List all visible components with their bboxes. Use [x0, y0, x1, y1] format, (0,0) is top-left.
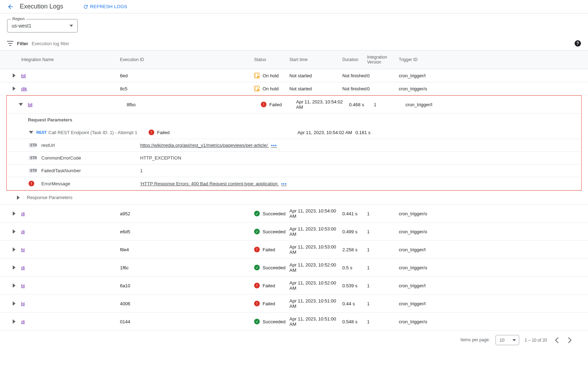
status-cell: On hold — [254, 73, 289, 78]
task-row: REST Call REST Endpoint (Task ID: 1) - A… — [7, 126, 581, 139]
trigger-id: cron_trigger/l — [399, 73, 466, 78]
integration-link[interactable]: bil — [21, 73, 26, 78]
status-text: On hold — [263, 86, 279, 91]
integration-link[interactable]: di — [21, 229, 25, 234]
expand-icon[interactable] — [7, 211, 21, 216]
task-time: Apr 11, 2023, 10:54:02 AM — [298, 130, 354, 135]
table-row: dik8c5On holdNot startedNot finished0cro… — [0, 82, 588, 95]
start-time: Apr 11, 2023, 10:51:00 AM — [289, 316, 342, 327]
task-duration: 0.181 s — [355, 130, 394, 135]
version: 1 — [374, 102, 406, 107]
table-row: die6d5✓SucceededApr 11, 2023, 10:53:00 A… — [0, 223, 588, 241]
expand-icon[interactable] — [7, 229, 21, 234]
status-text: Failed — [263, 301, 275, 306]
page-size-select[interactable]: 10 — [496, 335, 519, 345]
integration-link[interactable]: bi — [21, 301, 25, 306]
param-row: STRrestUrlhttps://wikimedia.org/api/rest… — [7, 139, 581, 152]
param-value: 1 — [140, 168, 574, 173]
back-arrow-icon[interactable] — [7, 3, 14, 10]
success-icon: ✓ — [254, 319, 260, 324]
integration-link[interactable]: dik — [21, 86, 27, 91]
header: Execution Logs REFRESH LOGS — [0, 0, 588, 13]
version: 0 — [367, 86, 399, 91]
response-params-row: Response Parameters — [0, 191, 588, 205]
trigger-id: cron_trigger/l — [399, 247, 466, 252]
trigger-id: cron_trigger/o — [399, 211, 466, 216]
more-icon[interactable]: ••• — [281, 181, 287, 186]
duration: 0.5 s — [342, 265, 367, 270]
param-value: 'HTTP Response Errors: 400 Bad Request c… — [140, 181, 574, 186]
expand-icon[interactable] — [7, 301, 21, 306]
col-execution: Execution ID — [120, 57, 254, 62]
param-row: STRCommonErrorCodeHTTP_EXCEPTION — [7, 152, 581, 164]
next-page-button[interactable] — [566, 337, 574, 343]
status-cell: On hold — [254, 86, 289, 91]
filter-bar: Filter ? — [0, 37, 588, 50]
table-row: bif8e4!FailedApr 11, 2023, 10:53:00 AM2.… — [0, 241, 588, 259]
filter-input[interactable] — [32, 41, 571, 46]
duration: 0.539 s — [342, 283, 367, 288]
version: 0 — [367, 73, 399, 78]
svg-rect-1 — [8, 43, 12, 44]
integration-link[interactable]: bi — [21, 247, 25, 252]
version: 1 — [367, 301, 399, 306]
failed-icon: ! — [149, 130, 154, 135]
status-text: On hold — [263, 73, 279, 78]
chevron-down-icon — [512, 339, 516, 341]
table-row: bil6edOn holdNot startedNot finished0cro… — [0, 69, 588, 82]
status-text: Failed — [269, 102, 282, 107]
duration: 0.548 s — [342, 319, 367, 324]
start-time: Apr 11, 2023, 10:54:00 AM — [289, 208, 342, 219]
expand-icon[interactable] — [7, 247, 21, 252]
expand-icon[interactable] — [7, 283, 21, 288]
integration-link[interactable]: di — [21, 319, 25, 324]
collapse-icon[interactable] — [14, 103, 28, 106]
execution-id: 1f6c — [120, 265, 254, 270]
task-label: Call REST Endpoint (Task ID: 1) - Attemp… — [48, 130, 147, 135]
execution-id: 8c5 — [120, 86, 254, 91]
help-icon[interactable]: ? — [575, 40, 581, 47]
expand-icon[interactable] — [7, 319, 21, 324]
integration-link[interactable]: di — [21, 265, 25, 270]
status-text: Succeeded — [263, 229, 286, 234]
integration-link[interactable]: bi — [21, 283, 25, 288]
expand-icon[interactable] — [7, 86, 21, 91]
task-status: Failed — [157, 130, 169, 135]
trigger-id: cron_trigger/l — [406, 102, 473, 107]
col-trigger: Trigger ID — [399, 57, 466, 62]
more-icon[interactable]: ••• — [271, 143, 277, 148]
col-start: Start time — [289, 57, 342, 62]
col-duration: Duration — [342, 57, 367, 62]
rest-badge-icon: REST — [36, 130, 47, 134]
integration-link[interactable]: bil — [28, 102, 32, 107]
col-integration: Integration Name — [21, 57, 120, 62]
table-row: bi6a10!FailedApr 11, 2023, 10:52:00 AM0.… — [0, 277, 588, 295]
start-time: Apr 11, 2023, 10:52:00 AM — [289, 262, 342, 273]
str-badge: STR — [29, 156, 36, 160]
response-params-label: Response Parameters — [27, 195, 72, 200]
start-time: Not started — [289, 73, 342, 78]
status-cell: !Failed — [254, 247, 289, 252]
expand-icon[interactable] — [7, 73, 21, 78]
collapse-icon[interactable] — [27, 131, 35, 134]
param-row: !ErrorMessage'HTTP Response Errors: 400 … — [7, 177, 581, 190]
failed-icon: ! — [261, 102, 266, 107]
expand-icon[interactable] — [7, 265, 21, 270]
request-params-header: Request Parameters — [7, 114, 581, 126]
duration: 0.441 s — [342, 211, 367, 216]
status-cell: ✓Succeeded — [254, 265, 289, 270]
duration: 2.258 s — [342, 247, 367, 252]
chevron-down-icon — [70, 25, 73, 27]
expand-icon[interactable] — [17, 196, 20, 200]
prev-page-button[interactable] — [553, 337, 560, 343]
refresh-logs-button[interactable]: REFRESH LOGS — [83, 4, 127, 10]
duration: 0.499 s — [342, 229, 367, 234]
col-version: Integration Version — [367, 55, 399, 65]
table-row: dia952✓SucceededApr 11, 2023, 10:54:00 A… — [0, 205, 588, 223]
region-select[interactable]: Region us-west1 — [7, 19, 78, 32]
param-row: STRFailedITaskNumber1 — [7, 164, 581, 177]
col-status: Status — [254, 57, 289, 62]
filter-label: Filter — [17, 41, 28, 46]
integration-link[interactable]: di — [21, 211, 25, 216]
table-row: di1f6c✓SucceededApr 11, 2023, 10:52:00 A… — [0, 259, 588, 277]
